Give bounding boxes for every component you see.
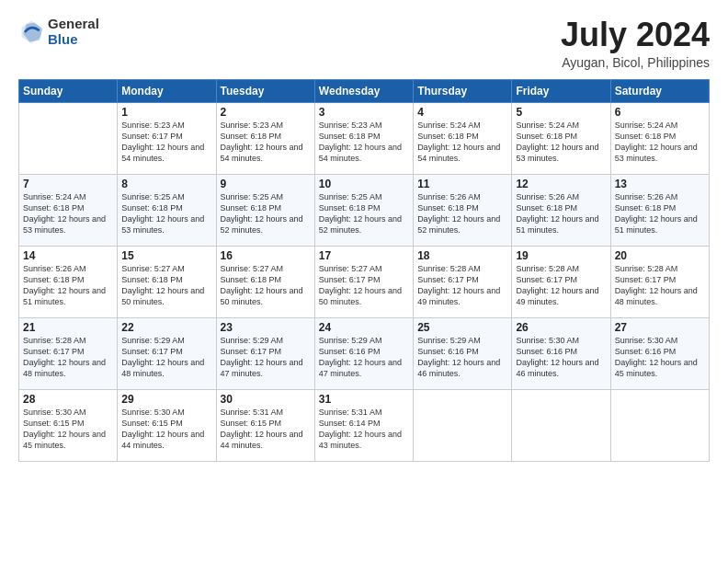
day-number: 14 <box>23 249 113 262</box>
day-number: 27 <box>615 321 705 334</box>
day-number: 22 <box>121 321 211 334</box>
week-row-1: 1Sunrise: 5:23 AMSunset: 6:17 PMDaylight… <box>19 102 710 174</box>
day-cell <box>512 389 610 461</box>
day-info: Sunrise: 5:23 AMSunset: 6:18 PMDaylight:… <box>221 120 311 165</box>
day-info: Sunrise: 5:25 AMSunset: 6:18 PMDaylight:… <box>221 191 311 236</box>
day-info: Sunrise: 5:31 AMSunset: 6:15 PMDaylight:… <box>221 407 311 452</box>
header-row: SundayMondayTuesdayWednesdayThursdayFrid… <box>19 79 710 102</box>
location-subtitle: Ayugan, Bicol, Philippines <box>561 55 710 70</box>
day-cell <box>610 389 709 461</box>
day-info: Sunrise: 5:24 AMSunset: 6:18 PMDaylight:… <box>23 191 113 236</box>
day-cell: 30Sunrise: 5:31 AMSunset: 6:15 PMDayligh… <box>216 389 314 461</box>
day-cell: 21Sunrise: 5:28 AMSunset: 6:17 PMDayligh… <box>19 317 118 389</box>
day-header-wednesday: Wednesday <box>314 79 413 102</box>
day-info: Sunrise: 5:30 AMSunset: 6:15 PMDaylight:… <box>121 407 211 452</box>
day-cell: 1Sunrise: 5:23 AMSunset: 6:17 PMDaylight… <box>118 102 216 174</box>
day-number: 8 <box>121 178 211 190</box>
day-number: 4 <box>417 106 507 119</box>
day-number: 30 <box>221 393 311 406</box>
day-number: 28 <box>23 393 113 406</box>
day-number: 29 <box>121 393 211 406</box>
day-number: 7 <box>23 178 113 190</box>
week-row-2: 7Sunrise: 5:24 AMSunset: 6:18 PMDaylight… <box>19 174 710 246</box>
day-cell: 17Sunrise: 5:27 AMSunset: 6:17 PMDayligh… <box>314 246 413 317</box>
header: General Blue July 2024 Ayugan, Bicol, Ph… <box>18 17 710 70</box>
day-info: Sunrise: 5:26 AMSunset: 6:18 PMDaylight:… <box>615 191 705 236</box>
day-header-thursday: Thursday <box>414 79 512 102</box>
day-number: 2 <box>221 106 311 119</box>
day-cell: 29Sunrise: 5:30 AMSunset: 6:15 PMDayligh… <box>118 389 216 461</box>
day-number: 23 <box>221 321 311 334</box>
day-number: 26 <box>516 321 606 334</box>
day-number: 25 <box>417 321 507 334</box>
page: General Blue July 2024 Ayugan, Bicol, Ph… <box>0 0 728 563</box>
day-header-friday: Friday <box>512 79 610 102</box>
day-number: 31 <box>319 393 409 406</box>
day-info: Sunrise: 5:26 AMSunset: 6:18 PMDaylight:… <box>23 263 113 308</box>
day-info: Sunrise: 5:27 AMSunset: 6:18 PMDaylight:… <box>121 263 211 308</box>
day-header-monday: Monday <box>118 79 216 102</box>
day-number: 9 <box>221 178 311 190</box>
day-number: 17 <box>319 249 409 262</box>
day-cell: 27Sunrise: 5:30 AMSunset: 6:16 PMDayligh… <box>610 317 709 389</box>
day-info: Sunrise: 5:30 AMSunset: 6:16 PMDaylight:… <box>516 335 606 380</box>
day-info: Sunrise: 5:27 AMSunset: 6:17 PMDaylight:… <box>319 263 409 308</box>
day-cell: 16Sunrise: 5:27 AMSunset: 6:18 PMDayligh… <box>216 246 314 317</box>
day-cell: 28Sunrise: 5:30 AMSunset: 6:15 PMDayligh… <box>19 389 118 461</box>
day-cell: 3Sunrise: 5:23 AMSunset: 6:18 PMDaylight… <box>314 102 413 174</box>
day-number: 18 <box>417 249 507 262</box>
day-header-sunday: Sunday <box>19 79 118 102</box>
week-row-5: 28Sunrise: 5:30 AMSunset: 6:15 PMDayligh… <box>19 389 710 461</box>
day-number: 16 <box>221 249 311 262</box>
day-info: Sunrise: 5:30 AMSunset: 6:15 PMDaylight:… <box>23 407 113 452</box>
day-number: 5 <box>516 106 606 119</box>
logo: General Blue <box>18 17 99 47</box>
day-cell: 22Sunrise: 5:29 AMSunset: 6:17 PMDayligh… <box>118 317 216 389</box>
day-info: Sunrise: 5:28 AMSunset: 6:17 PMDaylight:… <box>23 335 113 380</box>
day-info: Sunrise: 5:24 AMSunset: 6:18 PMDaylight:… <box>516 120 606 165</box>
day-cell <box>414 389 512 461</box>
calendar-table: SundayMondayTuesdayWednesdayThursdayFrid… <box>18 79 710 462</box>
day-info: Sunrise: 5:30 AMSunset: 6:16 PMDaylight:… <box>615 335 705 380</box>
day-info: Sunrise: 5:29 AMSunset: 6:16 PMDaylight:… <box>417 335 507 380</box>
day-cell: 14Sunrise: 5:26 AMSunset: 6:18 PMDayligh… <box>19 246 118 317</box>
day-info: Sunrise: 5:26 AMSunset: 6:18 PMDaylight:… <box>516 191 606 236</box>
day-cell: 25Sunrise: 5:29 AMSunset: 6:16 PMDayligh… <box>414 317 512 389</box>
day-cell: 2Sunrise: 5:23 AMSunset: 6:18 PMDaylight… <box>216 102 314 174</box>
day-info: Sunrise: 5:23 AMSunset: 6:18 PMDaylight:… <box>319 120 409 165</box>
day-cell: 13Sunrise: 5:26 AMSunset: 6:18 PMDayligh… <box>610 174 709 246</box>
day-info: Sunrise: 5:26 AMSunset: 6:18 PMDaylight:… <box>417 191 507 236</box>
day-number: 24 <box>319 321 409 334</box>
day-number: 15 <box>121 249 211 262</box>
day-cell <box>19 102 118 174</box>
day-cell: 12Sunrise: 5:26 AMSunset: 6:18 PMDayligh… <box>512 174 610 246</box>
day-number: 12 <box>516 178 606 190</box>
day-header-saturday: Saturday <box>610 79 709 102</box>
week-row-4: 21Sunrise: 5:28 AMSunset: 6:17 PMDayligh… <box>19 317 710 389</box>
day-cell: 4Sunrise: 5:24 AMSunset: 6:18 PMDaylight… <box>414 102 512 174</box>
day-info: Sunrise: 5:28 AMSunset: 6:17 PMDaylight:… <box>615 263 705 308</box>
day-cell: 6Sunrise: 5:24 AMSunset: 6:18 PMDaylight… <box>610 102 709 174</box>
day-cell: 18Sunrise: 5:28 AMSunset: 6:17 PMDayligh… <box>414 246 512 317</box>
day-info: Sunrise: 5:29 AMSunset: 6:17 PMDaylight:… <box>121 335 211 380</box>
day-info: Sunrise: 5:24 AMSunset: 6:18 PMDaylight:… <box>615 120 705 165</box>
day-number: 20 <box>615 249 705 262</box>
day-info: Sunrise: 5:29 AMSunset: 6:17 PMDaylight:… <box>221 335 311 380</box>
logo-text: General Blue <box>48 17 99 47</box>
day-info: Sunrise: 5:29 AMSunset: 6:16 PMDaylight:… <box>319 335 409 380</box>
logo-general: General <box>48 17 99 32</box>
day-cell: 5Sunrise: 5:24 AMSunset: 6:18 PMDaylight… <box>512 102 610 174</box>
day-number: 6 <box>615 106 705 119</box>
day-number: 10 <box>319 178 409 190</box>
day-cell: 20Sunrise: 5:28 AMSunset: 6:17 PMDayligh… <box>610 246 709 317</box>
day-cell: 19Sunrise: 5:28 AMSunset: 6:17 PMDayligh… <box>512 246 610 317</box>
day-cell: 10Sunrise: 5:25 AMSunset: 6:18 PMDayligh… <box>314 174 413 246</box>
title-section: July 2024 Ayugan, Bicol, Philippines <box>561 17 710 70</box>
day-info: Sunrise: 5:31 AMSunset: 6:14 PMDaylight:… <box>319 407 409 452</box>
day-header-tuesday: Tuesday <box>216 79 314 102</box>
day-number: 21 <box>23 321 113 334</box>
day-info: Sunrise: 5:24 AMSunset: 6:18 PMDaylight:… <box>417 120 507 165</box>
day-cell: 15Sunrise: 5:27 AMSunset: 6:18 PMDayligh… <box>118 246 216 317</box>
day-cell: 26Sunrise: 5:30 AMSunset: 6:16 PMDayligh… <box>512 317 610 389</box>
day-cell: 9Sunrise: 5:25 AMSunset: 6:18 PMDaylight… <box>216 174 314 246</box>
